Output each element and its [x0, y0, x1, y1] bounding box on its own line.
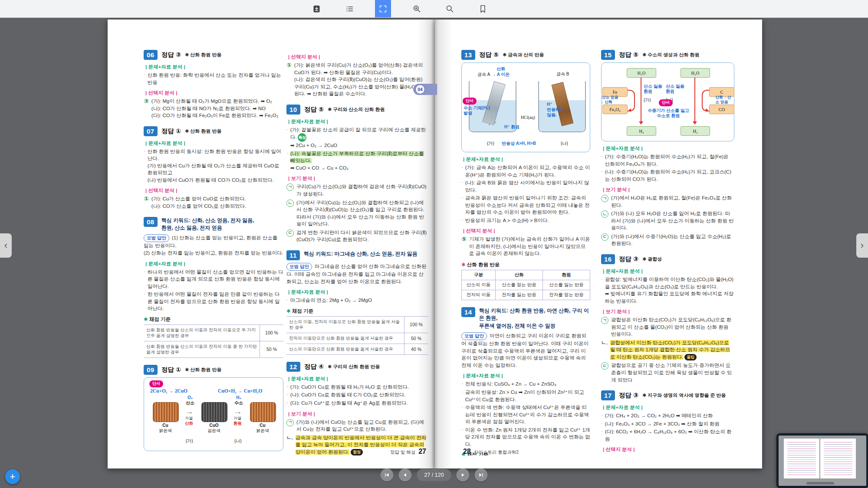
page-indicator[interactable]: 27 / 120	[417, 469, 451, 481]
no-reaction-label: 반응하지	[547, 107, 564, 113]
equation: 2Cu+O₂ → 2CuO	[150, 388, 187, 393]
thumbnail-left-page	[784, 439, 819, 478]
data-analysis-label: | 문제+자료 분석 |	[286, 289, 428, 295]
text: (가)에서 구리(Cu)는 산소(O₂)와 결합하여 산화되고 (나)에서 산화…	[296, 200, 424, 227]
answer-label: 정답 ①	[161, 127, 181, 135]
text: 전체 반응식: CuSO₄ + Zn → Cu + ZnSO₄	[465, 381, 556, 386]
choice-analysis-label: | 선택지 분석 |	[461, 228, 590, 234]
previous-page-edge-button[interactable]: ‹	[0, 233, 12, 258]
last-page-button[interactable]	[475, 468, 488, 481]
preview-thumbnail[interactable]	[776, 433, 868, 488]
bullet-dot: ·	[144, 269, 145, 290]
header-cell: 구분	[462, 270, 496, 280]
color-label: 검은색	[201, 428, 227, 434]
text-line: (나): CO가 산소를 얻어 CO₂로 산화되었다.	[151, 203, 283, 210]
text: (나) 반응에서 CuO가 환원될 때 CO가 CO₂로 산화되었다.	[148, 177, 274, 183]
reactivity-label: 반응성 A>H, H>B	[502, 141, 536, 147]
add-button[interactable]: +	[5, 469, 20, 484]
copper-coil	[250, 402, 276, 422]
hcl-label: HCl(aq)	[521, 115, 535, 121]
text: (가): 금속 A는 산화되어 A 이온이 되고, 수용액의 수소 이온(H⁺)…	[465, 165, 590, 177]
oxide-box: CO	[709, 105, 734, 114]
previous-page-button[interactable]	[398, 468, 411, 481]
model-answer-text: 모범 답안아연이 산화되고 구리 이온이 구리로 환원되어 석출되는 산화 환원…	[461, 332, 590, 369]
download-button[interactable]	[309, 1, 324, 16]
next-page-edge-button[interactable]: ›	[856, 233, 868, 258]
data-analysis-label: | 문제+자료 분석 |	[601, 268, 734, 275]
first-page-button[interactable]	[380, 468, 393, 481]
bullet-dot: ·	[144, 291, 145, 312]
text-line: (나): Fe₂O₃ + 3CO → 2Fe + 3CO₂ ➡ 산화 철의 환원	[605, 420, 734, 428]
text-line: 산화 환원 반응: 화학 반응에서 산소 또는 전자를 얻거나 잃는 반응	[148, 72, 283, 86]
bullet-dot: ·	[144, 148, 145, 184]
color-label: 붉은색	[250, 428, 275, 434]
choice-body: 광합성에서 이산화 탄소(CO₂)가 포도당(C₆H₁₂O₆)으로 될 때 탄소…	[610, 339, 734, 361]
text: (나): 속불꽃은 산소가 부족하므로 산화 구리(Ⅱ)로부터 산소를 빼앗는다…	[290, 151, 424, 164]
section-header: 15정답 ⑤✱ 수소의 생성과 산화 환원	[601, 50, 734, 60]
bookmark-button[interactable]	[475, 1, 490, 16]
bullet-dot: ·	[144, 72, 145, 86]
choice-marker: ㄱ	[601, 317, 608, 324]
bullet-body: 금속과 묽은 염산의 반응이 일어나기 위한 조건: 금속의 반응성이 수소보다…	[465, 194, 590, 216]
keyword-line: 핵심 키워드: 산화, 산소 얻음, 전자 잃음,	[161, 217, 254, 224]
choice-body: (가)에서 구리(Cu)는 산소(O₂)와 결합하여 산화되고 (나)에서 산화…	[296, 199, 428, 228]
text: (나): CO가 산소를 얻어 CO₂로 산화되었다.	[151, 203, 247, 209]
answer-label: 정답 ⑤	[304, 105, 324, 114]
text-line: (가): Cu가 산소를 얻어 CuO로 산화되었다.	[151, 195, 283, 203]
model-answer: 모범 답안(1) 산화는 산소를 얻는 반응이고, 환원은 산소를 잃는 반응이…	[144, 234, 283, 256]
table-cell: 산소를 잃는 반응	[543, 280, 590, 290]
text: 한 반응에서 어떤 물질이 전자를 잃은 만큼 같이 반응하는 다른 물질이 전…	[148, 291, 280, 311]
bullet-item: ·(나): 수증기(H₂O)는 환원되어 수소(H₂)가 되고, 코크스(C)는…	[601, 168, 734, 183]
choice-analysis-label: | 선택지 분석 |	[286, 54, 428, 60]
choice-body: (가)에서 H₂O은 H₂로 환원되고, 철(Fe)은 Fe₃O₄로 산화된다.	[611, 194, 734, 209]
answer-label: 정답 ④	[304, 363, 324, 371]
choice-analysis-label: | 선택지 분석 |	[601, 446, 734, 453]
topic-label: ✱ 산화 환원 반응	[185, 128, 221, 134]
search-button[interactable]	[442, 1, 457, 16]
bullet-body: (나): Fe₂O₃ + 3CO → 2Fe + 3CO₂ ➡ 산화 철의 환원	[605, 420, 734, 428]
right-page-footer: 28 자이스토리 통합과학2	[461, 448, 519, 455]
data-analysis-label: | 문제+자료 분석 |	[144, 64, 283, 70]
data-analysis-label: | 문제+자료 분석 |	[601, 145, 734, 152]
ion-label: → A 이온	[490, 72, 510, 77]
table-row: 산소의 이동만으로 산화 환원 반응을 옳게 서술한 경우40 %	[286, 344, 428, 354]
text-line: (가): 수증기(H₂O)는 환원되어 수소(H₂)가 되고, 철(Fe)은 산…	[605, 153, 734, 167]
question-number-badge: 17	[601, 390, 615, 400]
heat-label: 가열	[185, 416, 193, 421]
equation: CuO+H₂ → Cu+H₂O	[218, 388, 262, 393]
clue-badge: 단서	[149, 380, 163, 387]
data-analysis-label: | 문제+자료 분석 |	[144, 140, 283, 147]
unit-04-tab[interactable]: 04	[413, 84, 437, 95]
zoom-in-button[interactable]	[409, 1, 424, 16]
thumbnail-text-lines	[787, 442, 816, 475]
metal-a-label: 금속 A → A 이온	[477, 72, 510, 78]
arrow-top-label: H₂수소	[230, 395, 247, 406]
text: 산화 환원 반응의 동시성: 산화 환원 반응은 항상 동시에 일어난다.	[148, 149, 281, 161]
next-page-button[interactable]	[457, 468, 470, 481]
choice-body: 광합성으로 공기 중 산소 기체의 농도가 증가하면서 오존층이 형성되었고 이…	[611, 362, 734, 383]
choice-item: ㄷ(가)와 (나)에서 수증기(H₂O)는 산소를 잃고 수소(H₂)로 환원된…	[601, 233, 734, 247]
section-header: 07정답 ①✱ 산화 환원 반응	[144, 126, 283, 136]
question-number-badge: 16	[601, 254, 615, 264]
text: (가) 반응에서 Cu가 산화될 때 O₂가 산소를 제공하여 CuO로 환원되…	[148, 163, 279, 176]
book-page-right: 13정답 ⑤✱ 금속과 산의 반응산화금속 A → A 이온단서수소 기체(H₂…	[435, 20, 762, 468]
text: ➡ 빛에너지를 유기 화합물인 포도당에 화학 에너지로 저장하는 반응이다.	[605, 291, 734, 304]
bullet-dot: ·	[286, 383, 288, 391]
tip-badge: 꿀팁	[684, 354, 697, 360]
gas-label: 수소 기체(H₂)	[464, 105, 490, 111]
left-page-footer: 정답 및 해설 27	[144, 448, 428, 455]
table-cell: 전자의 이동	[462, 290, 496, 300]
extension-badge: 확장	[298, 133, 306, 142]
arrow-icon: →	[233, 406, 242, 416]
choice-marker: ③	[601, 455, 606, 455]
bullet-dot: ·	[461, 164, 463, 178]
table-of-contents-button[interactable]	[342, 1, 357, 16]
keyword-lines: 핵심 키워드: 마그네슘 산화, 산소 얻음, 전자 잃음	[304, 250, 418, 258]
fullscreen-button[interactable]	[375, 0, 391, 17]
text: (가)와 (나) 모두 H₂O은 산소를 잃어 H₂로 환원된다. 따라서 (가…	[611, 211, 733, 230]
criteria-cell: 산화 환원 반응을 산소의 이동과 전자의 이동으로 두 가지 모두 옳게 설명…	[144, 324, 260, 341]
question-number-badge: 09	[144, 365, 158, 375]
text: (가): CH₄ + 2O₂ → CO₂ + 2H₂O ➡ 메테인의 산화	[605, 413, 713, 418]
bullet-item: ·(나): 속불꽃은 산소가 부족하므로 산화 구리(Ⅱ)로부터 산소를 빼앗는…	[286, 150, 428, 172]
toolbar-icon-group	[309, 0, 490, 17]
